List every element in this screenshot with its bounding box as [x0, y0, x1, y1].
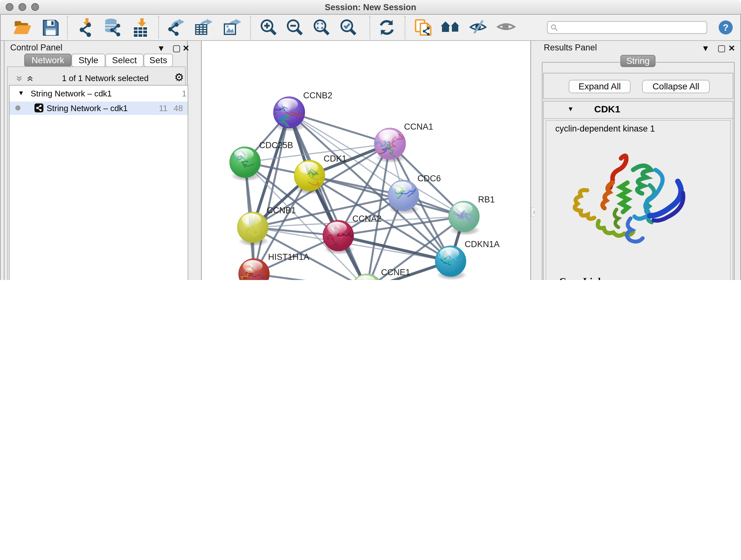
svg-text:CCNA1: CCNA1 — [404, 122, 433, 132]
svg-text:CDC25B: CDC25B — [259, 140, 293, 150]
svg-text:CCNE1: CCNE1 — [381, 267, 410, 277]
svg-text:CCNB1: CCNB1 — [267, 206, 296, 215]
svg-text:CCNA2: CCNA2 — [352, 214, 382, 224]
svg-text:RB1: RB1 — [478, 195, 495, 204]
svg-text:CDKN1A: CDKN1A — [465, 240, 500, 249]
svg-text:CCNB2: CCNB2 — [303, 91, 333, 100]
svg-text:HIST1H1A: HIST1H1A — [268, 252, 309, 262]
svg-text:CDK1: CDK1 — [324, 154, 347, 164]
svg-text:CDC6: CDC6 — [417, 174, 441, 183]
